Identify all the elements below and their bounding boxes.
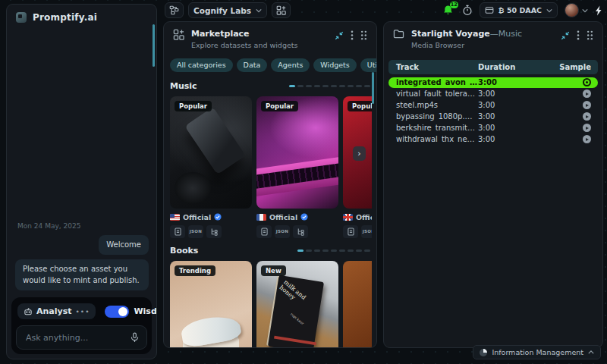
folder-icon: [393, 29, 404, 39]
json-tool-button[interactable]: JSON: [188, 225, 203, 238]
track-duration: 3:00: [478, 101, 555, 109]
pagination-dash[interactable]: [297, 85, 304, 87]
pagination-dash[interactable]: [356, 249, 362, 252]
track-row[interactable]: berkshire_transmit_cloth… 3:00: [388, 123, 598, 133]
category-pill[interactable]: Agents: [271, 58, 310, 72]
topbar-right: 12 ₿ 50 DAAC: [442, 2, 602, 18]
category-pill[interactable]: Data: [237, 58, 268, 72]
pagination-dash[interactable]: [306, 249, 312, 252]
agent-menu-dots[interactable]: •••: [76, 308, 90, 315]
music-card[interactable]: Popular Official JSON: [343, 96, 372, 238]
category-pill[interactable]: Utility: [360, 58, 377, 72]
source-label: Official: [356, 213, 372, 221]
book-card[interactable]: [343, 261, 372, 348]
json-tool-button[interactable]: JSON: [275, 225, 290, 238]
agent-selector-button[interactable]: Analyst •••: [17, 303, 96, 319]
play-icon: [586, 127, 589, 130]
chat-scrollbar[interactable]: [153, 24, 155, 67]
play-sample-button[interactable]: [583, 89, 591, 98]
pagination-dash[interactable]: [314, 249, 320, 252]
track-row[interactable]: steel.mp4s 3:00: [388, 100, 598, 111]
pagination-dash[interactable]: [322, 85, 329, 87]
date-stamp: Mon 24 May, 2025: [17, 222, 156, 230]
pagination-dash[interactable]: [364, 85, 370, 87]
workflow-button[interactable]: [165, 2, 184, 18]
flag-icon: [170, 214, 180, 221]
lightning-icon[interactable]: [595, 5, 602, 16]
media-browser-title: Starlight Voyage: [411, 29, 490, 39]
file-tool-button[interactable]: [343, 225, 358, 238]
play-sample-button[interactable]: [583, 124, 591, 132]
category-pill[interactable]: Widgets: [313, 58, 356, 72]
track-duration: 3:00: [478, 124, 555, 132]
pagination-dash[interactable]: [331, 249, 337, 252]
track-row[interactable]: integrated_avon_fresh.w… 3:00: [388, 77, 598, 88]
play-sample-button[interactable]: [583, 135, 591, 143]
message-list: WelcomePlease choose an asset you would …: [7, 235, 156, 291]
source-label: Official: [183, 213, 211, 221]
pagination-dash[interactable]: [348, 85, 354, 87]
pagination-dash[interactable]: [314, 85, 320, 87]
microphone-icon[interactable]: [131, 332, 139, 343]
card-artwork: [256, 96, 338, 209]
pagination-dash[interactable]: [339, 85, 345, 87]
stopwatch-icon[interactable]: [462, 5, 473, 16]
play-sample-button[interactable]: [583, 101, 591, 109]
json-tool-button[interactable]: JSON: [361, 225, 372, 238]
file-icon: [261, 228, 268, 236]
music-pagination: [289, 85, 370, 87]
track-row[interactable]: bypassing_1080p.mp4v 3:00: [388, 111, 598, 122]
play-icon: [586, 93, 589, 96]
chat-dock: Analyst ••• Wisdom: [11, 297, 152, 354]
book-card[interactable]: Trending: [170, 261, 252, 348]
music-cards-row: Popular Official JSON Popular Offici: [170, 96, 372, 238]
information-management-button[interactable]: Information Management: [473, 345, 601, 359]
drag-handle-icon[interactable]: [587, 30, 593, 40]
book-card-image: Trending: [170, 261, 252, 348]
file-tool-button[interactable]: [170, 225, 185, 238]
kebab-menu-icon[interactable]: [577, 30, 580, 40]
column-duration: Duration: [478, 63, 555, 71]
track-row[interactable]: virtual_fault_tolerant_re… 3:00: [388, 89, 598, 99]
notifications-button[interactable]: 12: [442, 4, 455, 17]
workspace-selector[interactable]: Cognify Labs: [188, 2, 267, 18]
pagination-dash[interactable]: [289, 85, 295, 87]
track-row[interactable]: withdrawal_thx_new.mp3 3:00: [388, 134, 598, 145]
tree-tool-button[interactable]: [206, 225, 222, 238]
collapse-icon[interactable]: [561, 31, 570, 40]
pagination-dash[interactable]: [306, 85, 312, 87]
category-pill[interactable]: All categories: [170, 58, 233, 72]
pagination-dash[interactable]: [297, 249, 304, 252]
collapse-icon[interactable]: [335, 31, 344, 40]
chat-input-row: [16, 325, 147, 350]
music-card[interactable]: Popular Official JSON: [256, 96, 338, 238]
add-widget-button[interactable]: [272, 2, 291, 18]
pagination-dash[interactable]: [331, 85, 337, 87]
promptify-logo: [16, 12, 27, 23]
drag-handle-icon[interactable]: [360, 30, 367, 40]
chat-input[interactable]: [24, 332, 126, 344]
pagination-dash[interactable]: [322, 249, 329, 252]
file-tool-button[interactable]: [256, 225, 272, 238]
tree-tool-button[interactable]: [293, 225, 308, 238]
flag-icon: [256, 214, 266, 221]
music-card[interactable]: Popular Official JSON: [170, 96, 252, 238]
next-arrow-button[interactable]: ›: [353, 146, 366, 161]
record-sample-button[interactable]: [583, 78, 591, 86]
pagination-dash[interactable]: [339, 249, 345, 252]
play-sample-button[interactable]: [583, 112, 591, 121]
information-management-label: Information Management: [492, 348, 583, 356]
account-menu[interactable]: [565, 3, 588, 17]
kebab-menu-icon[interactable]: [351, 30, 354, 40]
pagination-dash[interactable]: [364, 249, 370, 252]
book-card-image: New milk and honey rupi kaur: [256, 261, 338, 348]
chat-panel: Promptify.ai Mon 24 May, 2025 WelcomePle…: [6, 4, 157, 359]
notification-badge: 12: [450, 2, 458, 8]
pagination-dash[interactable]: [356, 85, 362, 87]
wisdom-toggle[interactable]: [105, 306, 129, 318]
wallet-button[interactable]: ₿ 50 DAAC: [480, 2, 558, 18]
verified-icon: [300, 213, 308, 221]
book-card[interactable]: New milk and honey rupi kaur: [256, 261, 338, 348]
pagination-dash[interactable]: [348, 249, 354, 252]
workflow-icon: [169, 5, 179, 15]
